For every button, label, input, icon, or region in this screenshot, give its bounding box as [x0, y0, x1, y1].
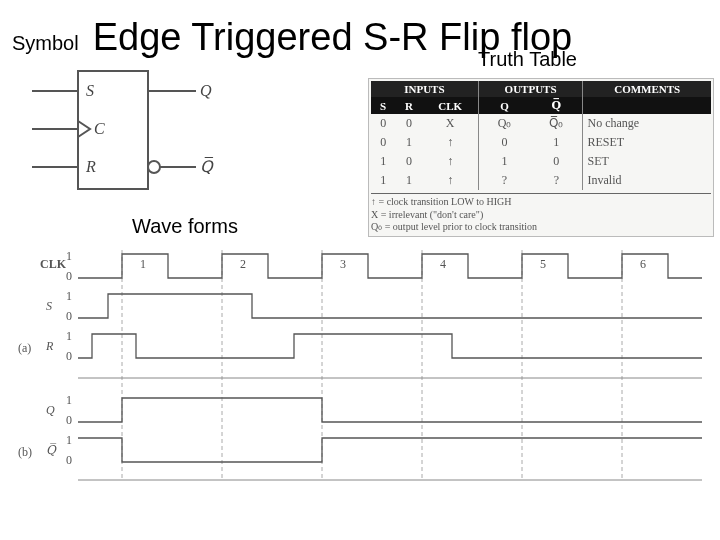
tt-cell: 1	[395, 133, 422, 152]
tt-cell: SET	[583, 152, 711, 171]
edge-number: 6	[640, 257, 646, 271]
signal-name-qn: Q̅	[46, 442, 57, 457]
tt-cell: 0	[395, 152, 422, 171]
level-0: 0	[66, 309, 72, 323]
tt-cell: 1	[530, 133, 583, 152]
signal-name-s: S	[46, 299, 52, 313]
level-1: 1	[66, 289, 72, 303]
truthtable-heading: Truth Table	[478, 48, 577, 71]
tt-cell: 1	[371, 171, 395, 190]
tt-cell: ↑	[423, 171, 479, 190]
tt-cell: 1	[395, 171, 422, 190]
signal-name-r: R	[45, 339, 54, 353]
tt-footnote: ↑ = clock transition LOW to HIGH	[371, 196, 711, 209]
level-1: 1	[66, 249, 72, 263]
edge-number: 5	[540, 257, 546, 271]
tt-col-s: S	[371, 97, 395, 114]
pin-r-label: R	[85, 158, 96, 175]
tt-footnote: Q₀ = output level prior to clock transit…	[371, 221, 711, 234]
section-marker-b: (b)	[18, 445, 32, 459]
flipflop-symbol: S C R Q Q̅	[12, 59, 272, 209]
truth-table-block: INPUTS OUTPUTS COMMENTS S R CLK Q Q̅ 00X…	[368, 78, 714, 237]
level-0: 0	[66, 413, 72, 427]
level-1: 1	[66, 393, 72, 407]
tt-group-comments: COMMENTS	[583, 81, 711, 97]
level-0: 0	[66, 349, 72, 363]
level-0: 0	[66, 269, 72, 283]
timing-diagram: CLK 1 0 1 2 3 4 5 6 S 1 0 R 1 0 (a) Q 1 …	[12, 240, 708, 490]
tt-cell: 1	[478, 152, 530, 171]
tt-cell: 1	[371, 152, 395, 171]
pin-qbar-label: Q̅	[200, 156, 214, 175]
tt-row: 10↑10SET	[371, 152, 711, 171]
tt-cell: 0	[478, 133, 530, 152]
tt-cell: ?	[478, 171, 530, 190]
tt-group-outputs: OUTPUTS	[478, 81, 583, 97]
tt-cell: X	[423, 114, 479, 133]
signal-name-clk: CLK	[40, 257, 67, 271]
tt-cell: Q̅₀	[530, 114, 583, 133]
signal-name-q: Q	[46, 403, 55, 417]
tt-cell: ↑	[423, 152, 479, 171]
tt-col-q: Q	[478, 97, 530, 114]
tt-footnote: X = irrelevant ("don't care")	[371, 209, 711, 222]
level-0: 0	[66, 453, 72, 467]
tt-cell: RESET	[583, 133, 711, 152]
tt-cell: ↑	[423, 133, 479, 152]
tt-cell: ?	[530, 171, 583, 190]
tt-row: 00XQ₀Q̅₀No change	[371, 114, 711, 133]
pin-s-label: S	[86, 82, 94, 99]
tt-row: 01↑01RESET	[371, 133, 711, 152]
tt-cell: 0	[530, 152, 583, 171]
edge-number: 1	[140, 257, 146, 271]
tt-cell: Q₀	[478, 114, 530, 133]
level-1: 1	[66, 433, 72, 447]
tt-cell: 0	[395, 114, 422, 133]
edge-number: 3	[340, 257, 346, 271]
symbol-heading: Symbol	[12, 32, 79, 55]
tt-cell: 0	[371, 114, 395, 133]
truth-table: INPUTS OUTPUTS COMMENTS S R CLK Q Q̅ 00X…	[371, 81, 711, 190]
level-1: 1	[66, 329, 72, 343]
pin-c-label: C	[94, 120, 105, 137]
tt-group-inputs: INPUTS	[371, 81, 478, 97]
tt-cell: 0	[371, 133, 395, 152]
tt-body: 00XQ₀Q̅₀No change01↑01RESET10↑10SET11↑??…	[371, 114, 711, 190]
section-marker-a: (a)	[18, 341, 31, 355]
tt-col-clk: CLK	[423, 97, 479, 114]
tt-col-qn: Q̅	[530, 97, 583, 114]
tt-col-comment	[583, 97, 711, 114]
tt-row: 11↑??Invalid	[371, 171, 711, 190]
edge-number: 4	[440, 257, 446, 271]
tt-footnotes: ↑ = clock transition LOW to HIGH X = irr…	[371, 193, 711, 234]
tt-col-r: R	[395, 97, 422, 114]
tt-cell: No change	[583, 114, 711, 133]
pin-q-label: Q	[200, 82, 212, 99]
svg-point-5	[148, 161, 160, 173]
edge-number: 2	[240, 257, 246, 271]
tt-cell: Invalid	[583, 171, 711, 190]
page-title: Edge Triggered S-R Flip flop	[93, 16, 708, 59]
